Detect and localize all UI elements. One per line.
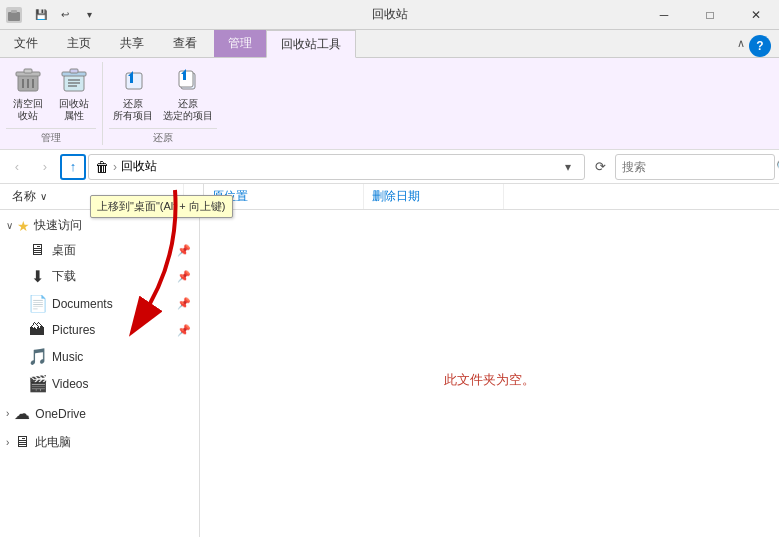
documents-icon: 📄	[28, 294, 46, 313]
title-bar: 💾 ↩ ▾ 回收站 ─ □ ✕	[0, 0, 779, 30]
ribbon-right-controls: ∧ ?	[737, 30, 779, 57]
empty-recycle-label: 清空回收站	[13, 98, 43, 122]
sidebar: ∨ ★ 快速访问 🖥 桌面 📌 ⬇ 下载 📌 📄 Documents 📌 🏔	[0, 210, 200, 537]
restore-all-icon	[117, 64, 149, 96]
restore-all-btn[interactable]: 还原所有项目	[109, 62, 157, 124]
recycle-props-btn[interactable]: 回收站属性	[52, 62, 96, 124]
ribbon-collapse-chevron[interactable]: ∧	[737, 37, 745, 50]
svg-rect-0	[8, 12, 20, 21]
search-input[interactable]	[622, 160, 772, 174]
restore-group-label: 还原	[109, 128, 217, 145]
quick-access-chevron: ∨	[6, 220, 13, 231]
ribbon-group-restore: 还原所有项目 还原选定的项目 还原	[103, 62, 223, 145]
this-pc-icon: 🖥	[13, 433, 31, 451]
qat-undo[interactable]: ↩	[54, 4, 76, 26]
empty-folder-message: 此文件夹为空。	[444, 371, 535, 389]
quick-access-label: 快速访问	[34, 217, 82, 234]
sidebar-section-onedrive: › ☁ OneDrive	[0, 401, 199, 426]
svg-rect-4	[24, 69, 32, 73]
ribbon-restore-buttons: 还原所有项目 还原选定的项目	[109, 62, 217, 128]
documents-pin-icon: 📌	[177, 297, 191, 310]
close-button[interactable]: ✕	[733, 0, 779, 30]
documents-label: Documents	[52, 297, 113, 311]
music-icon: 🎵	[28, 347, 46, 366]
empty-recycle-btn[interactable]: 清空回收站	[6, 62, 50, 124]
back-button[interactable]: ‹	[4, 154, 30, 180]
sidebar-item-videos[interactable]: 🎬 Videos	[0, 370, 199, 397]
pictures-icon: 🏔	[28, 321, 46, 339]
qat-dropdown[interactable]: ▾	[78, 4, 100, 26]
sidebar-item-documents[interactable]: 📄 Documents 📌	[0, 290, 199, 317]
desktop-icon: 🖥	[28, 241, 46, 259]
address-path: 回收站	[121, 158, 554, 175]
forward-button[interactable]: ›	[32, 154, 58, 180]
restore-selected-icon	[172, 64, 204, 96]
onedrive-header[interactable]: › ☁ OneDrive	[0, 401, 199, 426]
tab-home[interactable]: 主页	[53, 30, 106, 57]
sidebar-item-downloads[interactable]: ⬇ 下载 📌	[0, 263, 199, 290]
address-bar: ‹ › ↑ 🗑 › 回收站 ▾ ⟳ 🔍	[0, 150, 779, 184]
ribbon-tab-row: 文件 主页 共享 查看 管理 回收站工具 ∧ ?	[0, 30, 779, 58]
desktop-label: 桌面	[52, 242, 76, 259]
ribbon-content: 清空回收站 回收站属性	[0, 58, 779, 149]
up-button[interactable]: ↑	[60, 154, 86, 180]
col-header-delete-date[interactable]: 删除日期	[364, 184, 504, 209]
tooltip: 上移到"桌面"(Alt + 向上键)	[90, 195, 233, 218]
svg-rect-1	[11, 10, 17, 13]
tab-share[interactable]: 共享	[106, 30, 159, 57]
videos-label: Videos	[52, 377, 88, 391]
desktop-pin-icon: 📌	[177, 244, 191, 257]
tab-view[interactable]: 查看	[159, 30, 212, 57]
restore-all-label: 还原所有项目	[113, 98, 153, 122]
address-separator: ›	[113, 160, 117, 174]
this-pc-chevron: ›	[6, 437, 9, 448]
onedrive-icon: ☁	[13, 404, 31, 423]
address-icon: 🗑	[95, 159, 109, 175]
quick-access-star-icon: ★	[17, 218, 30, 234]
empty-recycle-icon	[12, 64, 44, 96]
qat-save[interactable]: 💾	[30, 4, 52, 26]
this-pc-header[interactable]: › 🖥 此电脑	[0, 430, 199, 454]
minimize-button[interactable]: ─	[641, 0, 687, 30]
tooltip-text: 上移到"桌面"(Alt + 向上键)	[97, 200, 226, 212]
quick-access-toolbar: 💾 ↩ ▾	[30, 4, 100, 26]
address-dropdown-chevron[interactable]: ▾	[558, 156, 578, 178]
restore-selected-label: 还原选定的项目	[163, 98, 213, 122]
content-area: 此文件夹为空。	[200, 210, 779, 537]
maximize-button[interactable]: □	[687, 0, 733, 30]
name-sort-chevron: ∨	[40, 191, 47, 202]
window-title: 回收站	[372, 6, 408, 23]
app-icon	[6, 7, 22, 23]
svg-rect-14	[126, 73, 142, 89]
recycle-props-icon	[58, 64, 90, 96]
pictures-pin-icon: 📌	[177, 324, 191, 337]
window-controls: ─ □ ✕	[641, 0, 779, 30]
svg-rect-10	[70, 69, 78, 73]
refresh-button[interactable]: ⟳	[587, 154, 613, 180]
svg-rect-18	[183, 73, 186, 80]
videos-icon: 🎬	[28, 374, 46, 393]
downloads-icon: ⬇	[28, 267, 46, 286]
recycle-props-label: 回收站属性	[59, 98, 89, 122]
svg-rect-15	[130, 75, 133, 83]
restore-selected-btn[interactable]: 还原选定的项目	[159, 62, 217, 124]
manage-group-label: 管理	[6, 128, 96, 145]
sidebar-item-desktop[interactable]: 🖥 桌面 📌	[0, 237, 199, 263]
ribbon-tab-group-header: 管理	[214, 30, 266, 57]
onedrive-label: OneDrive	[35, 407, 86, 421]
downloads-pin-icon: 📌	[177, 270, 191, 283]
tab-file[interactable]: 文件	[0, 30, 53, 57]
sidebar-section-this-pc: › 🖥 此电脑	[0, 430, 199, 454]
sidebar-section-quick-access: ∨ ★ 快速访问 🖥 桌面 📌 ⬇ 下载 📌 📄 Documents 📌 🏔	[0, 214, 199, 397]
tab-recycle-tools[interactable]: 回收站工具	[266, 30, 356, 58]
ribbon-group-manage: 清空回收站 回收站属性	[0, 62, 103, 145]
address-field[interactable]: 🗑 › 回收站 ▾	[88, 154, 585, 180]
sidebar-item-music[interactable]: 🎵 Music	[0, 343, 199, 370]
onedrive-chevron: ›	[6, 408, 9, 419]
pictures-label: Pictures	[52, 323, 95, 337]
title-bar-left: 💾 ↩ ▾	[0, 4, 100, 26]
sidebar-item-pictures[interactable]: 🏔 Pictures 📌	[0, 317, 199, 343]
help-button[interactable]: ?	[749, 35, 771, 57]
this-pc-label: 此电脑	[35, 434, 71, 451]
search-box: 🔍	[615, 154, 775, 180]
